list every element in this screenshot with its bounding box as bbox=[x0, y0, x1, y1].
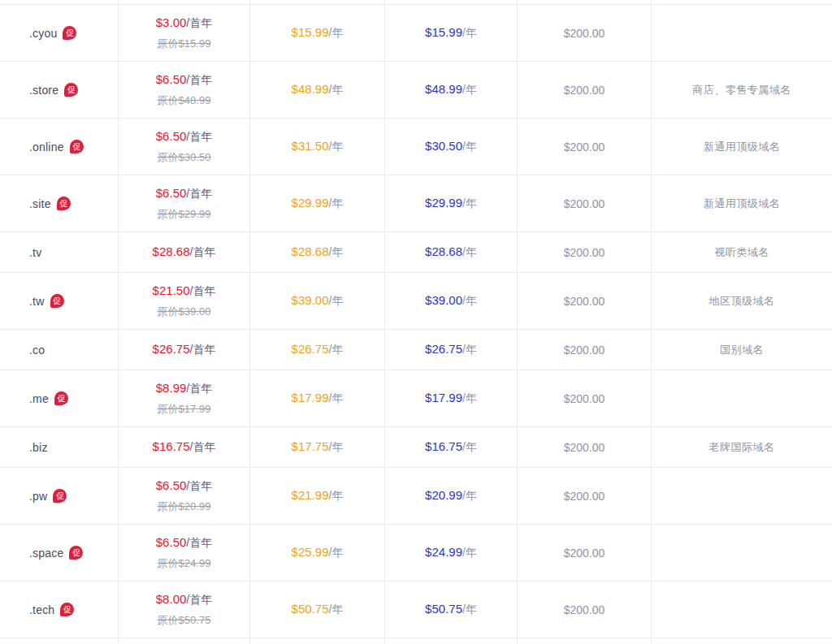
transfer-price-line: $28.68/年 bbox=[425, 244, 477, 260]
partial-row-bottom bbox=[0, 638, 832, 644]
transfer-cell: $48.99/年 bbox=[385, 62, 518, 118]
first-year-price-line: $3.00/首年 bbox=[156, 15, 212, 31]
desc-cell: 新通用顶级域名 bbox=[652, 175, 832, 231]
transfer-cell: $50.75/年 bbox=[385, 581, 518, 638]
first-year-cell: $6.50/首年原价$48.99 bbox=[119, 62, 250, 118]
first-year-price-line: $6.50/首年 bbox=[156, 535, 212, 551]
first-year-price: $3.00 bbox=[156, 15, 187, 29]
redemption-cell: $200.00 bbox=[518, 427, 652, 467]
domain-desc: 新通用顶级域名 bbox=[704, 197, 781, 211]
transfer-cell: $16.75/年 bbox=[385, 427, 518, 467]
redemption-cell: $200.00 bbox=[518, 370, 652, 426]
first-year-price: $16.75 bbox=[153, 439, 190, 453]
first-year-suffix: /首年 bbox=[186, 536, 212, 551]
table-row: .space促$6.50/首年原价$24.99$25.99/年$24.99/年$… bbox=[0, 525, 832, 581]
tld-label: .store bbox=[29, 84, 58, 97]
redemption-cell: $200.00 bbox=[518, 232, 652, 272]
renewal-price-line: $31.50/年 bbox=[292, 139, 344, 154]
tld-cell: .online促 bbox=[0, 119, 119, 175]
renewal-price: $29.99 bbox=[292, 196, 329, 210]
transfer-price: $28.68 bbox=[425, 244, 462, 258]
domain-desc: 新通用顶级域名 bbox=[704, 140, 781, 154]
first-year-price-line: $6.50/首年 bbox=[156, 129, 212, 145]
domain-desc: 地区顶级域名 bbox=[709, 294, 775, 309]
renewal-cell: $21.99/年 bbox=[250, 468, 385, 524]
renewal-price: $17.99 bbox=[292, 391, 329, 404]
transfer-price-line: $39.00/年 bbox=[425, 293, 477, 309]
first-year-price: $6.50 bbox=[156, 129, 187, 143]
transfer-price: $26.75 bbox=[425, 342, 462, 356]
table-row: .biz$16.75/首年$17.75/年$16.75/年$200.00老牌国际… bbox=[0, 427, 832, 468]
renewal-cell bbox=[250, 638, 385, 644]
original-price: 原价$30.50 bbox=[158, 150, 211, 165]
redemption-fee: $200.00 bbox=[564, 441, 605, 454]
desc-cell bbox=[652, 370, 832, 426]
table-row: .site促$6.50/首年原价$29.99$29.99/年$29.99/年$2… bbox=[0, 175, 832, 232]
redemption-fee: $200.00 bbox=[564, 246, 605, 259]
tld-cell: .biz bbox=[0, 427, 119, 467]
first-year-price: $6.50 bbox=[156, 186, 187, 200]
tld-label: .biz bbox=[29, 441, 48, 454]
per-year-suffix: /年 bbox=[329, 391, 344, 406]
transfer-price-line: $24.99/年 bbox=[425, 545, 477, 560]
first-year-price: $21.50 bbox=[153, 283, 190, 297]
per-year-suffix: /年 bbox=[462, 343, 477, 357]
first-year-price-line: $6.50/首年 bbox=[156, 478, 212, 494]
per-year-suffix: /年 bbox=[462, 197, 477, 211]
renewal-price: $21.99 bbox=[292, 488, 329, 502]
table-body: .cyou促$3.00/首年原价$15.99$15.99/年$15.99/年$2… bbox=[0, 5, 832, 638]
transfer-price: $15.99 bbox=[425, 25, 462, 39]
first-year-suffix: /首年 bbox=[186, 73, 212, 88]
first-year-cell bbox=[119, 638, 250, 644]
transfer-price-line: $20.99/年 bbox=[425, 488, 477, 504]
per-year-suffix: /年 bbox=[462, 391, 477, 406]
renewal-cell: $50.75/年 bbox=[250, 581, 385, 638]
renewal-price-line: $25.99/年 bbox=[292, 545, 344, 560]
redemption-fee: $200.00 bbox=[564, 27, 605, 40]
original-price: 原价$20.99 bbox=[158, 499, 211, 514]
renewal-price-line: $15.99/年 bbox=[292, 25, 344, 41]
tld-cell: .co bbox=[0, 330, 119, 370]
per-year-suffix: /年 bbox=[462, 440, 477, 455]
tld-cell: .tv bbox=[0, 232, 119, 272]
tld-cell: .space促 bbox=[0, 525, 119, 581]
transfer-price-line: $26.75/年 bbox=[425, 342, 477, 357]
renewal-price: $48.99 bbox=[292, 82, 329, 96]
redemption-fee: $200.00 bbox=[564, 197, 605, 210]
redemption-fee: $200.00 bbox=[564, 603, 605, 616]
transfer-price: $29.99 bbox=[425, 196, 462, 210]
first-year-suffix: /首年 bbox=[186, 16, 212, 31]
transfer-cell: $24.99/年 bbox=[385, 525, 518, 581]
transfer-price: $17.99 bbox=[425, 391, 462, 404]
first-year-suffix: /首年 bbox=[186, 479, 212, 494]
per-year-suffix: /年 bbox=[329, 294, 344, 309]
renewal-cell bbox=[250, 0, 385, 4]
first-year-cell: $16.75/首年 bbox=[119, 427, 250, 467]
table-row: .tech促$8.00/首年原价$50.75$50.75/年$50.75/年$2… bbox=[0, 581, 832, 638]
original-price: 原价$15.99 bbox=[158, 37, 211, 51]
promo-badge: 促 bbox=[70, 140, 84, 153]
redemption-cell: $200.00 bbox=[518, 273, 652, 329]
transfer-price: $48.99 bbox=[425, 82, 462, 96]
tld-label: .co bbox=[29, 344, 45, 357]
redemption-cell: $200.00 bbox=[518, 175, 652, 231]
transfer-cell: $39.00/年 bbox=[385, 273, 518, 329]
renewal-price: $17.75 bbox=[292, 439, 329, 453]
desc-cell bbox=[652, 5, 832, 61]
per-year-suffix: /年 bbox=[462, 489, 477, 504]
renewal-cell: $39.00/年 bbox=[250, 273, 385, 329]
desc-cell: 商店、零售专属域名 bbox=[652, 62, 832, 118]
transfer-cell: $15.99/年 bbox=[385, 5, 518, 61]
renewal-price-line: $28.68/年 bbox=[292, 244, 344, 260]
transfer-cell: $30.50/年 bbox=[385, 119, 518, 175]
transfer-cell bbox=[385, 638, 518, 644]
first-year-cell: $8.99/首年原价$17.99 bbox=[119, 370, 250, 426]
domain-desc: 国别域名 bbox=[720, 343, 764, 357]
desc-cell: 地区顶级域名 bbox=[652, 273, 832, 329]
transfer-cell: $26.75/年 bbox=[385, 330, 518, 370]
first-year-cell: $6.50/首年原价$29.99 bbox=[119, 175, 250, 231]
redemption-fee: $200.00 bbox=[564, 295, 605, 308]
transfer-price-line: $15.99/年 bbox=[425, 25, 477, 41]
renewal-price-line: $26.75/年 bbox=[292, 342, 344, 357]
tld-cell bbox=[0, 0, 119, 4]
